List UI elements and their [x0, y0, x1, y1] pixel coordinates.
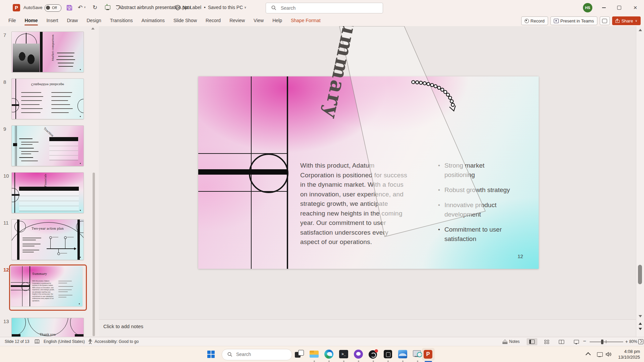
search-input[interactable]: [280, 4, 379, 12]
scroll-down-icon[interactable]: [639, 315, 642, 317]
black-bar-shape[interactable]: [198, 169, 288, 175]
save-status-caret-icon[interactable]: ∨: [244, 6, 247, 9]
record-button[interactable]: Record: [521, 16, 548, 25]
tab-help[interactable]: Help: [268, 15, 286, 26]
slide-sorter-view-button[interactable]: [541, 338, 552, 345]
thumbnail-slide-12-selected[interactable]: Summary With this product, Adatum Corpor…: [9, 264, 87, 311]
dark-app-icon[interactable]: [383, 349, 393, 359]
mini-text-line: [22, 246, 35, 246]
scroll-up-icon[interactable]: [639, 29, 642, 31]
reading-view-button[interactable]: [556, 338, 567, 345]
zoom-slider-thumb[interactable]: [601, 340, 603, 344]
tray-expand-icon[interactable]: [586, 352, 591, 358]
previous-slide-icon[interactable]: [639, 322, 642, 325]
notes-toggle-label[interactable]: Notes: [509, 339, 520, 344]
tab-review[interactable]: Review: [225, 15, 249, 26]
notes-toggle-icon[interactable]: [502, 340, 508, 344]
notes-placeholder[interactable]: Click to add notes: [103, 323, 143, 329]
start-button[interactable]: [207, 351, 215, 358]
thumbnail-slide-12[interactable]: Summary With this product, Adatum Corpor…: [11, 266, 83, 306]
running-dot: [343, 361, 344, 362]
next-slide-icon[interactable]: [639, 328, 642, 330]
undo-icon[interactable]: ↶: [76, 4, 84, 11]
slide-12-editing-surface[interactable]: With this product, Adatum Corporation is…: [198, 76, 539, 269]
tab-design[interactable]: Design: [82, 15, 106, 26]
fit-slide-to-window-icon[interactable]: [638, 339, 643, 344]
bullet-text: Strong market positioning: [444, 161, 515, 180]
save-icon[interactable]: [66, 4, 73, 11]
close-button[interactable]: ×: [628, 0, 643, 15]
system-tool-icon[interactable]: [413, 349, 423, 359]
slide-bullet-list[interactable]: •Strong market positioning •Robust growt…: [438, 161, 515, 244]
sensitivity-label[interactable]: No Label: [182, 5, 201, 10]
tab-draw[interactable]: Draw: [62, 15, 82, 26]
normal-view-button[interactable]: [527, 338, 537, 345]
minimize-button[interactable]: [596, 0, 611, 15]
tab-home[interactable]: Home: [20, 15, 42, 26]
edge-browser-icon[interactable]: [324, 349, 334, 359]
share-button[interactable]: Share ∨: [612, 16, 641, 25]
slideshow-view-button[interactable]: [571, 338, 582, 345]
thumbnail-slide-10[interactable]: Financials: [11, 172, 84, 213]
task-view-icon[interactable]: [294, 349, 304, 359]
tab-file[interactable]: File: [4, 15, 20, 26]
autosave-toggle[interactable]: Off: [45, 4, 61, 12]
app-search-box[interactable]: [266, 3, 383, 13]
comments-button[interactable]: [600, 16, 610, 25]
account-avatar[interactable]: HS: [583, 3, 592, 12]
tab-slide-show[interactable]: Slide Show: [169, 15, 201, 26]
taskbar-search-input[interactable]: [235, 351, 287, 357]
slide-page-number[interactable]: 12: [518, 253, 523, 259]
redo-icon[interactable]: ↻: [91, 4, 99, 11]
scrollbar-thumb[interactable]: [638, 265, 642, 284]
mini-text-line: [60, 253, 67, 253]
start-slideshow-icon[interactable]: [104, 4, 111, 11]
thumbnail-slide-8[interactable]: Competitive landscape: [11, 78, 84, 119]
network-icon[interactable]: [597, 352, 603, 357]
tab-transitions[interactable]: Transitions: [106, 15, 137, 26]
tab-shape-format[interactable]: Shape Format: [286, 15, 325, 26]
accessibility-status[interactable]: Accessibility: Good to go: [95, 339, 139, 344]
accessibility-icon[interactable]: [88, 339, 93, 345]
maximize-button[interactable]: [612, 0, 627, 15]
thumbnails-scrollbar[interactable]: [93, 173, 95, 336]
thumbnails-scroll-up-icon[interactable]: [91, 27, 95, 29]
obs-icon[interactable]: [368, 349, 378, 359]
github-desktop-icon[interactable]: [354, 349, 364, 359]
bullet-glyph: •: [438, 225, 440, 244]
slide-body-text[interactable]: With this product, Adatum Corporation is…: [300, 161, 408, 247]
zoom-level[interactable]: 80%: [629, 339, 637, 344]
tray-clock[interactable]: 4:08 pm 13/10/2025: [612, 349, 640, 360]
horizontal-line-shape[interactable]: [198, 153, 288, 154]
undo-dropdown-icon[interactable]: ∨: [83, 6, 87, 9]
zoom-out-icon[interactable]: −: [583, 338, 586, 344]
slide-indicator[interactable]: Slide 12 of 13: [5, 339, 29, 344]
photos-app-icon[interactable]: [398, 349, 408, 359]
zoom-in-icon[interactable]: +: [625, 339, 628, 344]
tab-insert[interactable]: Insert: [42, 15, 62, 26]
spell-check-icon[interactable]: [35, 339, 40, 345]
powerpoint-taskbar-icon[interactable]: P: [423, 349, 433, 359]
present-in-teams-button[interactable]: Present in Teams: [550, 16, 597, 25]
mini-table-row: [19, 191, 79, 196]
thumbnail-slide-13[interactable]: Thank you: [11, 318, 84, 337]
file-explorer-icon[interactable]: [309, 349, 319, 359]
zoom-slider-track[interactable]: [590, 342, 623, 342]
taskbar-search-box[interactable]: [222, 349, 292, 360]
volume-icon[interactable]: [606, 352, 611, 358]
tab-record[interactable]: Record: [201, 15, 225, 26]
terminal-icon[interactable]: >_: [339, 349, 349, 359]
slide-number-9: 9: [3, 126, 11, 132]
tab-view[interactable]: View: [249, 15, 268, 26]
notes-pane[interactable]: Click to add notes: [99, 319, 636, 337]
language-status[interactable]: English (United States): [44, 339, 85, 344]
thumbnail-slide-9[interactable]: Traction: [11, 125, 84, 166]
powerpoint-app-icon[interactable]: P: [13, 4, 20, 11]
tab-animations[interactable]: Animations: [137, 15, 169, 26]
mini-text-line: [21, 92, 41, 93]
running-dot: [314, 361, 315, 362]
thumbnail-slide-11[interactable]: Two-year action plan: [11, 219, 84, 260]
thumbnail-slide-7[interactable]: Market comparison: [11, 32, 84, 72]
save-status[interactable]: Saved to this PC: [208, 5, 243, 10]
sensitivity-shield-icon[interactable]: [175, 5, 180, 12]
